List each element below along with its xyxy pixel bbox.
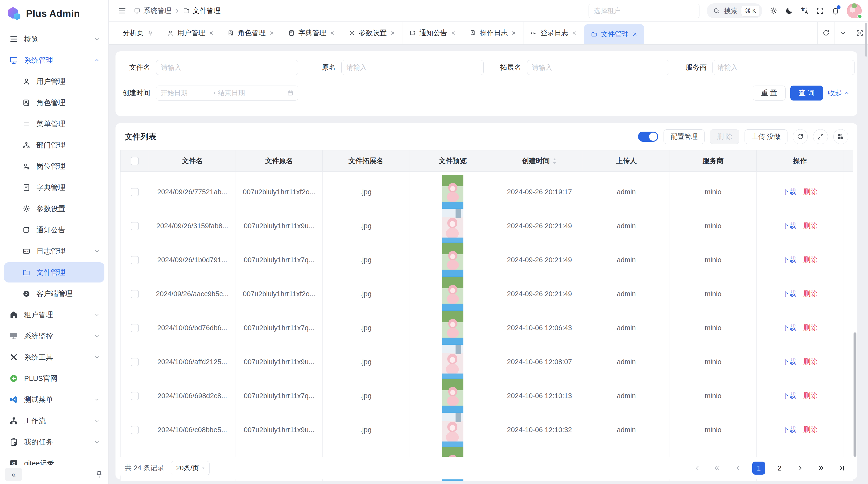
back-five-pages-button[interactable] [711,461,724,475]
search-toggle-switch[interactable] [638,132,658,142]
tab-loginlog[interactable]: 登录日志 [523,22,584,44]
page-number-1[interactable]: 1 [752,461,765,475]
row-checkbox[interactable] [131,392,139,400]
file-preview-image[interactable] [442,277,463,311]
sidebar-item-my-tasks[interactable]: 我的任务 [0,431,108,453]
close-tab-icon[interactable] [511,30,517,36]
tab-actions-chevron-icon[interactable] [834,22,851,44]
delete-link[interactable]: 删除 [803,290,817,297]
sidebar-item-dict[interactable]: 字典管理 [0,177,108,198]
sort-carets-icon[interactable] [552,158,557,165]
download-link[interactable]: 下载 [783,256,797,263]
file-preview-image[interactable] [442,379,463,413]
collapse-filter-link[interactable]: 收起 [828,88,850,98]
sidebar-item-tenant[interactable]: 租户管理 [0,304,108,325]
file-preview-image[interactable] [442,243,463,277]
last-page-button[interactable] [835,461,848,475]
sidebar-item-system[interactable]: 系统管理 [0,50,108,71]
download-link[interactable]: 下载 [783,358,797,365]
delete-link[interactable]: 删除 [803,324,817,331]
delete-link[interactable]: 删除 [803,222,817,229]
sidebar-item-user[interactable]: 用户管理 [0,71,108,92]
page-number-2[interactable]: 2 [773,461,786,475]
row-checkbox[interactable] [131,290,139,298]
tab-user[interactable]: 用户管理 [160,22,221,44]
page-size-select[interactable]: 20条/页 [171,461,210,475]
ext-name-input[interactable] [527,60,669,75]
prev-page-button[interactable] [732,461,745,475]
file-preview-image[interactable] [442,175,463,209]
download-link[interactable]: 下载 [783,426,797,433]
close-tab-icon[interactable] [209,30,214,36]
dark-mode-moon-icon[interactable] [785,7,793,15]
sidebar-item-post[interactable]: 岗位管理 [0,156,108,177]
sidebar-item-gitee[interactable]: Ggitee记录 [0,453,108,465]
file-preview-image[interactable] [442,311,463,345]
close-tab-icon[interactable] [390,30,396,36]
file-preview-image[interactable] [442,209,463,243]
breadcrumb-item-system[interactable]: 系统管理 [144,6,172,16]
user-avatar[interactable] [847,3,862,18]
config-manage-button[interactable]: 配置管理 [663,129,705,144]
row-checkbox[interactable] [131,256,139,264]
language-translate-icon[interactable]: 文 [801,7,809,15]
close-tab-icon[interactable] [330,30,335,36]
tab-config[interactable]: 参数设置 [342,22,402,44]
row-checkbox[interactable] [131,188,139,196]
sidebar-item-tools[interactable]: 系统工具 [0,347,108,368]
first-page-button[interactable] [690,461,703,475]
row-checkbox[interactable] [131,426,139,434]
menu-toggle-icon[interactable] [118,6,127,15]
table-scrollbar-thumb[interactable] [854,332,857,457]
close-tab-icon[interactable] [269,30,274,36]
sidebar-pin-icon[interactable] [95,470,103,479]
file-name-input[interactable] [156,60,298,75]
sidebar-item-client[interactable]: 客户端管理 [0,283,108,304]
row-checkbox[interactable] [131,222,139,230]
date-range-picker[interactable] [156,86,298,100]
sidebar-item-config[interactable]: 参数设置 [0,198,108,219]
upload-button[interactable]: 上传 没做 [745,129,787,144]
next-page-button[interactable] [794,461,807,475]
sidebar-collapse-button[interactable]: « [5,467,22,481]
start-date-input[interactable] [161,89,209,97]
download-link[interactable]: 下载 [783,290,797,297]
select-all-checkbox[interactable] [131,157,139,165]
file-preview-image[interactable] [442,413,463,447]
row-checkbox[interactable] [131,324,139,332]
sidebar-item-file[interactable]: 文件管理 [4,262,104,283]
sidebar-item-workflow[interactable]: 工作流 [0,410,108,431]
download-link[interactable]: 下载 [783,188,797,195]
sidebar-item-test-menu[interactable]: 测试菜单 [0,389,108,410]
end-date-input[interactable] [218,89,266,97]
sidebar-item-dept[interactable]: 部门管理 [0,134,108,156]
delete-link[interactable]: 删除 [803,188,817,195]
settings-gear-icon[interactable] [770,7,778,15]
provider-input[interactable] [712,60,855,75]
pin-icon[interactable] [147,30,153,36]
origin-name-input[interactable] [341,60,484,75]
refresh-list-button[interactable] [793,129,808,144]
reset-button[interactable]: 重 置 [753,86,785,100]
download-link[interactable]: 下载 [783,222,797,229]
fullscreen-icon[interactable] [816,7,824,15]
close-tab-icon[interactable] [451,30,456,36]
expand-table-button[interactable] [813,129,828,144]
sidebar-item-menu[interactable]: 菜单管理 [0,113,108,134]
sidebar-item-overview[interactable]: 概览 [0,28,108,50]
download-link[interactable]: 下载 [783,392,797,399]
column-header[interactable]: 创建时间 [496,151,583,172]
global-search-button[interactable]: 搜索 ⌘ K [707,3,763,18]
delete-button[interactable]: 删 除 [710,129,739,144]
file-preview-image[interactable] [442,345,463,379]
download-link[interactable]: 下载 [783,324,797,331]
sidebar-item-log[interactable]: DEV日志管理 [0,240,108,262]
page-scrollbar-thumb[interactable] [865,23,867,57]
delete-link[interactable]: 删除 [803,358,817,365]
tab-dict[interactable]: 字典管理 [281,22,342,44]
notifications-bell-icon[interactable] [831,7,840,15]
delete-link[interactable]: 删除 [803,256,817,263]
sidebar-item-monitor[interactable]: 系统监控 [0,325,108,347]
refresh-tab-icon[interactable] [817,22,834,44]
search-button[interactable]: 查 询 [790,86,823,100]
